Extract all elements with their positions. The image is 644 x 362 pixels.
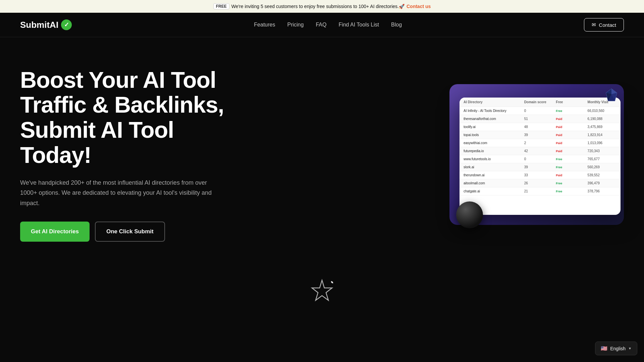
gem-3d-icon [604,87,619,102]
row-name: theresanaiforthat.com [464,117,522,121]
table-row: theresanaiforthat.com 51 Paid 6,190,088 [460,115,621,123]
table-row: topai.tools 39 Paid 1,823,914 [460,131,621,139]
row-visits: 1,823,914 [588,133,616,137]
table-row: futurepedia.io 42 Paid 720,343 [460,147,621,155]
table-row: aitoolmall.com 26 Free 396,479 [460,179,621,187]
table-row: easywithiai.com 2 Paid 1,013,096 [460,139,621,147]
table-row: www.futuretools.io 0 Free 765,677 [460,155,621,163]
row-score: 2 [524,141,553,145]
row-visits: 396,479 [588,181,616,185]
row-visits: 378,796 [588,189,616,193]
row-type: Free [556,109,562,113]
hero-heading: Boost Your AI Tool Traffic & Backlinks, … [20,67,224,168]
logo-checkmark-icon: ✓ [61,19,72,30]
col-header-free: Free [556,100,585,104]
hero-section: Boost Your AI Tool Traffic & Backlinks, … [0,37,644,265]
top-banner: FREE We're inviting 5 seed customers to … [0,0,644,13]
table-row: toolify.ai 48 Paid 3,475,869 [460,123,621,131]
navbar: SubmitAI ✓ Features Pricing FAQ Find AI … [0,13,644,37]
row-name: topai.tools [464,133,522,137]
row-name: easywithiai.com [464,141,522,145]
row-name: futurepedia.io [464,149,522,153]
table-body: AI Infinity - AI Tools Directory 0 Free … [460,107,621,195]
row-visits: 560,269 [588,165,616,169]
row-visits: 1,013,096 [588,141,616,145]
row-score: 48 [524,125,553,129]
star-sparkle-icon [310,279,334,302]
row-score: 42 [524,149,553,153]
nav-item-blog[interactable]: Blog [391,22,402,28]
contact-button-label: Contact [599,22,616,28]
col-header-directory: AI Directory [464,100,522,104]
row-type: Paid [556,117,562,121]
one-click-submit-button[interactable]: One Click Submit [95,222,165,242]
language-selector[interactable]: 🇺🇸 English ▼ [595,342,637,355]
row-name: www.futuretools.io [464,157,522,161]
hero-left: Boost Your AI Tool Traffic & Backlinks, … [20,67,224,242]
star-icon-container [310,279,334,302]
directory-table-card: AI Directory Domain score Free Monthly V… [460,98,621,215]
row-visits: 539,552 [588,173,616,177]
row-name: chatgate.ai [464,189,522,193]
row-type: Free [556,166,562,169]
hero-buttons: Get AI Directories One Click Submit [20,222,224,242]
row-name: aitoolmall.com [464,181,522,185]
logo[interactable]: SubmitAI ✓ [20,19,72,30]
row-name: slork.ai [464,165,522,169]
row-score: 21 [524,189,553,193]
row-type: Free [556,190,562,193]
nav-item-faq[interactable]: FAQ [316,22,326,28]
row-type: Paid [556,133,562,137]
language-flag: 🇺🇸 [601,345,607,352]
row-score: 33 [524,173,553,177]
nav-item-features[interactable]: Features [254,22,275,28]
hero-right-panel: AI Directory Domain score Free Monthly V… [449,84,624,225]
language-label: English [610,346,626,351]
nav-links: Features Pricing FAQ Find AI Tools List … [254,22,402,28]
row-score: 51 [524,117,553,121]
svg-marker-6 [312,280,332,300]
envelope-icon: ✉ [592,22,596,28]
nav-item-find-ai-tools[interactable]: Find AI Tools List [338,22,379,28]
row-visits: 720,343 [588,149,616,153]
row-visits: 66,010,560 [588,109,616,113]
row-score: 0 [524,109,553,113]
row-score: 0 [524,157,553,161]
table-row: therundown.ai 33 Paid 539,552 [460,171,621,179]
row-type: Paid [556,141,562,145]
row-type: Paid [556,174,562,177]
row-name: AI Infinity - AI Tools Directory [464,109,522,113]
row-name: therundown.ai [464,173,522,177]
nav-item-pricing[interactable]: Pricing [287,22,304,28]
row-type: Paid [556,125,562,129]
row-score: 26 [524,181,553,185]
row-type: Paid [556,149,562,153]
black-orb-3d-icon [456,201,483,228]
free-badge: FREE [213,3,229,9]
row-visits: 765,677 [588,157,616,161]
contact-button[interactable]: ✉ Contact [584,18,624,32]
row-score: 39 [524,165,553,169]
table-row: chatgate.ai 21 Free 378,796 [460,187,621,195]
row-name: toolify.ai [464,125,522,129]
hero-description: We've handpicked 200+ of the most influe… [20,178,215,208]
banner-text: We're inviting 5 seed customers to enjoy… [231,4,405,9]
row-type: Free [556,182,562,185]
bottom-section [0,265,644,309]
chevron-down-icon: ▼ [628,347,632,350]
row-score: 39 [524,133,553,137]
row-visits: 6,190,088 [588,117,616,121]
col-header-score: Domain score [524,100,553,104]
table-row: AI Infinity - AI Tools Directory 0 Free … [460,107,621,115]
row-type: Free [556,158,562,161]
table-row: slork.ai 39 Free 560,269 [460,163,621,171]
banner-contact-link[interactable]: Contact us [407,4,431,9]
logo-text: SubmitAI [20,20,58,30]
row-visits: 3,475,869 [588,125,616,129]
table-header: AI Directory Domain score Free Monthly V… [460,98,621,107]
get-ai-directories-button[interactable]: Get AI Directories [20,222,90,242]
